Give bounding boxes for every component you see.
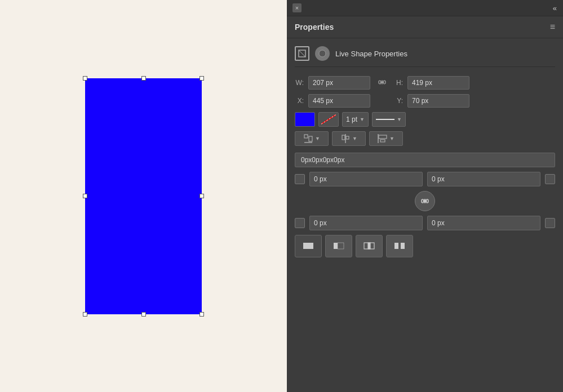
align-btn-3[interactable]: ▼ bbox=[369, 131, 403, 146]
corner-radius-all-input[interactable] bbox=[295, 153, 555, 167]
handle-top-right[interactable] bbox=[200, 76, 204, 81]
svg-rect-11 bbox=[342, 135, 345, 140]
handle-bottom-left[interactable] bbox=[83, 312, 87, 317]
x-input[interactable] bbox=[308, 94, 370, 108]
top-corners-row bbox=[295, 172, 555, 186]
panel-body: Live Shape Properties W: H: X: Y: bbox=[287, 38, 563, 392]
style-row: 1 pt ▼ ▼ bbox=[295, 112, 555, 127]
panel-titlebar: × « bbox=[287, 0, 563, 16]
handle-top-center[interactable] bbox=[141, 76, 146, 81]
blue-rectangle bbox=[85, 78, 202, 314]
align-btn-1[interactable]: ▼ bbox=[295, 131, 329, 146]
handle-bottom-right[interactable] bbox=[200, 312, 204, 317]
align-2-arrow: ▼ bbox=[352, 136, 357, 141]
align-row: ▼ ▼ ▼ bbox=[295, 131, 555, 146]
svg-line-1 bbox=[299, 50, 305, 57]
bottom-corners-row bbox=[295, 216, 555, 230]
y-label: Y: bbox=[394, 97, 403, 105]
link-corners-button[interactable] bbox=[415, 191, 435, 211]
path-subtract-button[interactable] bbox=[325, 235, 352, 257]
svg-rect-3 bbox=[379, 81, 381, 84]
link-corners-icon bbox=[420, 196, 430, 206]
svg-rect-15 bbox=[380, 140, 385, 142]
y-input[interactable] bbox=[407, 94, 469, 108]
stroke-size-value: 1 pt bbox=[346, 115, 357, 123]
live-shape-title: Live Shape Properties bbox=[335, 50, 407, 58]
svg-rect-4 bbox=[383, 81, 385, 84]
width-input[interactable] bbox=[308, 76, 370, 90]
handle-middle-right[interactable] bbox=[200, 194, 204, 198]
svg-rect-23 bbox=[338, 243, 344, 249]
w-label: W: bbox=[295, 79, 304, 87]
path-intersect-button[interactable] bbox=[356, 235, 383, 257]
stroke-size-dropdown[interactable]: 1 pt ▼ bbox=[342, 112, 369, 127]
shape-container[interactable] bbox=[85, 78, 202, 314]
live-shape-circle-icon bbox=[315, 46, 330, 61]
width-height-row: W: H: bbox=[295, 76, 555, 90]
canvas-area bbox=[0, 0, 287, 392]
h-label: H: bbox=[394, 79, 403, 87]
x-y-row: X: Y: bbox=[295, 94, 555, 108]
svg-rect-14 bbox=[379, 135, 387, 139]
svg-rect-29 bbox=[398, 243, 401, 249]
collapse-icon: « bbox=[553, 4, 557, 12]
top-left-radius-input[interactable] bbox=[309, 172, 423, 186]
stroke-style-dropdown[interactable]: ▼ bbox=[372, 112, 406, 127]
svg-rect-26 bbox=[368, 243, 370, 249]
bottom-right-radius-input[interactable] bbox=[427, 216, 540, 230]
bottom-left-radius-input[interactable] bbox=[309, 216, 423, 230]
svg-point-2 bbox=[319, 50, 326, 57]
circle-icon bbox=[318, 49, 327, 58]
top-right-radius-input[interactable] bbox=[427, 172, 540, 186]
properties-panel: × « Properties ≡ Live S bbox=[287, 0, 563, 392]
svg-rect-8 bbox=[304, 135, 308, 138]
link-wh-icon[interactable] bbox=[375, 77, 389, 89]
x-label: X: bbox=[295, 97, 304, 105]
close-icon: × bbox=[295, 5, 299, 11]
live-shape-header: Live Shape Properties bbox=[295, 46, 555, 67]
handle-middle-left[interactable] bbox=[83, 194, 87, 198]
bottom-right-corner-checkbox[interactable] bbox=[545, 218, 555, 228]
stroke-size-arrow: ▼ bbox=[360, 117, 365, 122]
handle-top-left[interactable] bbox=[83, 76, 87, 81]
stroke-line-preview bbox=[376, 119, 394, 120]
fill-color-swatch[interactable] bbox=[295, 112, 315, 127]
path-unite-button[interactable] bbox=[295, 235, 322, 257]
align-3-arrow: ▼ bbox=[389, 136, 394, 141]
panel-close-button[interactable]: × bbox=[292, 3, 302, 12]
path-ops-row bbox=[295, 235, 555, 257]
svg-rect-21 bbox=[303, 243, 313, 249]
shape-type-icon bbox=[295, 46, 309, 61]
top-right-corner-checkbox[interactable] bbox=[545, 174, 555, 184]
panel-collapse-button[interactable]: « bbox=[553, 4, 557, 12]
top-left-corner-checkbox[interactable] bbox=[295, 174, 305, 184]
align-1-arrow: ▼ bbox=[315, 136, 320, 141]
path-exclude-button[interactable] bbox=[386, 235, 413, 257]
menu-icon[interactable]: ≡ bbox=[550, 22, 555, 32]
stroke-style-arrow: ▼ bbox=[397, 117, 402, 122]
panel-header: Properties ≡ bbox=[287, 16, 563, 38]
rectangle-icon bbox=[298, 49, 307, 58]
height-input[interactable] bbox=[407, 76, 469, 90]
panel-title: Properties bbox=[295, 23, 334, 32]
bottom-left-corner-checkbox[interactable] bbox=[295, 218, 305, 228]
align-btn-2[interactable]: ▼ bbox=[332, 131, 366, 146]
svg-rect-12 bbox=[346, 136, 349, 139]
stroke-icon[interactable] bbox=[318, 112, 339, 127]
handle-bottom-center[interactable] bbox=[141, 312, 146, 317]
svg-rect-9 bbox=[309, 136, 312, 141]
